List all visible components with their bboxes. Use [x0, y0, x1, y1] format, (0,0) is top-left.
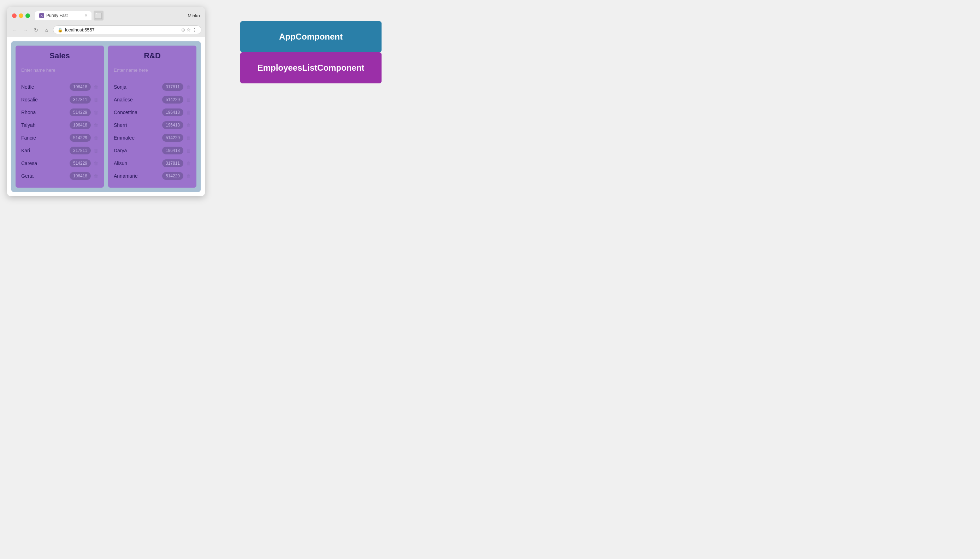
table-row: Sherri 196418 🗑: [113, 119, 192, 131]
table-row: Kari 317811 🗑: [20, 144, 99, 157]
table-row: Annamarie 514229 🗑: [113, 170, 192, 182]
address-actions: ⊕ ☆ ⋮: [181, 27, 197, 33]
table-row: Talyah 196418 🗑: [20, 119, 99, 131]
rnd-name-input[interactable]: [113, 65, 192, 75]
delete-button[interactable]: 🗑: [186, 148, 191, 153]
employee-name: Sherri: [114, 122, 162, 128]
employee-name: Gerta: [21, 173, 69, 179]
table-row: Darya 196418 🗑: [113, 144, 192, 157]
maximize-button[interactable]: [25, 13, 30, 18]
cast-icon[interactable]: ⊕: [181, 27, 185, 33]
employee-badge: 317811: [69, 96, 91, 104]
table-row: Fancie 514229 🗑: [20, 132, 99, 144]
delete-button[interactable]: 🗑: [94, 174, 98, 179]
employee-badge: 317811: [162, 159, 183, 167]
app-component-box: AppComponent: [240, 21, 382, 52]
new-tab-icon: ⬜: [95, 12, 102, 19]
table-row: Emmalee 514229 🗑: [113, 132, 192, 144]
browser-window: A Purely Fast × ⬜ Minko ← → ↻ ⌂ 🔒 localh…: [7, 7, 205, 196]
lock-icon: 🔒: [58, 28, 63, 33]
delete-button[interactable]: 🗑: [94, 84, 98, 90]
sales-name-input[interactable]: [20, 65, 99, 75]
sales-title: Sales: [20, 51, 99, 60]
app-component-label: AppComponent: [279, 32, 343, 41]
employee-name: Nettle: [21, 84, 69, 90]
employee-name: Caresa: [21, 160, 69, 166]
employee-badge: 317811: [69, 147, 91, 154]
table-row: Concettina 196418 🗑: [113, 106, 192, 118]
employee-name: Fancie: [21, 135, 69, 141]
refresh-button[interactable]: ↻: [32, 26, 40, 34]
employee-name: Annamarie: [114, 173, 162, 179]
employee-name: Talyah: [21, 122, 69, 128]
browser-content: Sales Nettle 196418 🗑 Rosalie 317811 🗑: [7, 37, 205, 196]
back-button[interactable]: ←: [11, 26, 19, 34]
diagram-section: AppComponent EmployeesListComponent: [219, 7, 403, 98]
employee-badge: 514229: [162, 134, 183, 142]
close-button[interactable]: [12, 13, 17, 18]
more-icon[interactable]: ⋮: [192, 27, 197, 33]
delete-button[interactable]: 🗑: [94, 110, 98, 115]
delete-button[interactable]: 🗑: [186, 84, 191, 90]
employee-name: Kari: [21, 148, 69, 153]
employee-name: Analiese: [114, 97, 162, 103]
employee-badge: 514229: [69, 134, 91, 142]
employee-badge: 196418: [69, 172, 91, 180]
delete-button[interactable]: 🗑: [186, 97, 191, 103]
delete-button[interactable]: 🗑: [94, 161, 98, 166]
delete-button[interactable]: 🗑: [94, 97, 98, 103]
delete-button[interactable]: 🗑: [186, 161, 191, 166]
delete-button[interactable]: 🗑: [186, 174, 191, 179]
employee-name: Alisun: [114, 160, 162, 166]
tab-title: Purely Fast: [46, 13, 81, 18]
minimize-button[interactable]: [19, 13, 23, 18]
table-row: Caresa 514229 🗑: [20, 157, 99, 169]
url-text: localhost:5557: [65, 27, 179, 33]
employee-badge: 196418: [69, 121, 91, 129]
delete-button[interactable]: 🗑: [94, 135, 98, 141]
delete-button[interactable]: 🗑: [186, 122, 191, 128]
main-layout: A Purely Fast × ⬜ Minko ← → ↻ ⌂ 🔒 localh…: [7, 7, 403, 196]
table-row: Rhona 514229 🗑: [20, 106, 99, 118]
browser-titlebar: A Purely Fast × ⬜ Minko: [7, 7, 205, 23]
table-row: Nettle 196418 🗑: [20, 81, 99, 93]
employee-name: Sonja: [114, 84, 162, 90]
employee-badge: 514229: [69, 109, 91, 116]
titlebar-top: A Purely Fast × ⬜ Minko: [12, 11, 200, 20]
delete-button[interactable]: 🗑: [186, 110, 191, 115]
tab-area: A Purely Fast × ⬜: [35, 11, 188, 20]
delete-button[interactable]: 🗑: [94, 122, 98, 128]
browser-tab[interactable]: A Purely Fast ×: [35, 11, 91, 20]
employee-name: Rosalie: [21, 97, 69, 103]
employee-badge: 514229: [162, 96, 183, 104]
table-row: Gerta 196418 🗑: [20, 170, 99, 182]
employee-badge: 317811: [162, 83, 183, 91]
address-bar[interactable]: 🔒 localhost:5557 ⊕ ☆ ⋮: [53, 25, 202, 34]
traffic-lights: [12, 13, 30, 18]
employee-badge: 514229: [162, 172, 183, 180]
table-row: Analiese 514229 🗑: [113, 94, 192, 106]
new-tab-button[interactable]: ⬜: [94, 11, 104, 20]
employee-name: Emmalee: [114, 135, 162, 141]
employee-name: Rhona: [21, 109, 69, 115]
rnd-employee-list: Sonja 317811 🗑 Analiese 514229 🗑 Concett…: [113, 81, 192, 182]
rnd-panel: R&D Sonja 317811 🗑 Analiese 514229 🗑: [108, 46, 197, 188]
table-row: Alisun 317811 🗑: [113, 157, 192, 169]
employees-component-label: EmployeesListComponent: [258, 63, 365, 73]
employees-component-box: EmployeesListComponent: [240, 52, 382, 83]
employee-badge: 196418: [162, 121, 183, 129]
delete-button[interactable]: 🗑: [94, 148, 98, 153]
app-container: Sales Nettle 196418 🗑 Rosalie 317811 🗑: [11, 41, 201, 192]
forward-button[interactable]: →: [21, 26, 30, 34]
rnd-title: R&D: [113, 51, 192, 60]
table-row: Rosalie 317811 🗑: [20, 94, 99, 106]
delete-button[interactable]: 🗑: [186, 135, 191, 141]
home-button[interactable]: ⌂: [42, 26, 51, 34]
employee-badge: 196418: [162, 109, 183, 116]
tab-close-button[interactable]: ×: [85, 13, 87, 18]
sales-employee-list: Nettle 196418 🗑 Rosalie 317811 🗑 Rhona 5…: [20, 81, 99, 182]
bookmark-icon[interactable]: ☆: [187, 27, 191, 33]
employee-name: Concettina: [114, 109, 162, 115]
profile-name: Minko: [188, 13, 200, 18]
tab-favicon-icon: A: [39, 13, 44, 18]
